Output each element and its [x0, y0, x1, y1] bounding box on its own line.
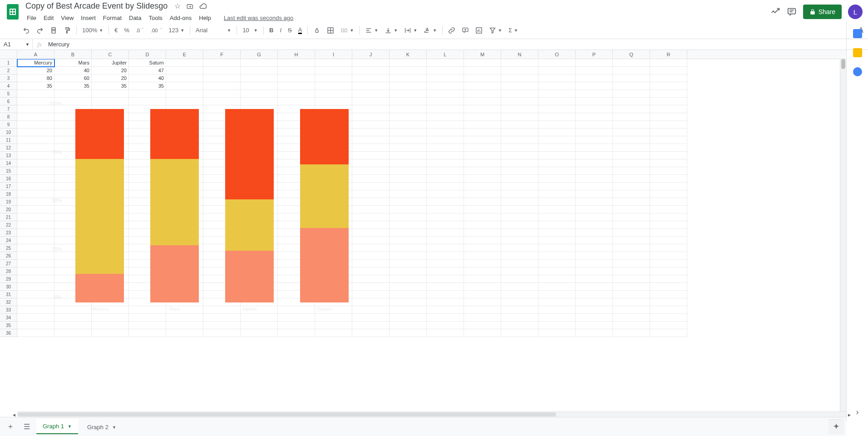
cell[interactable] [166, 121, 203, 129]
cell[interactable] [166, 175, 203, 183]
cell[interactable] [464, 329, 501, 337]
cell[interactable] [650, 59, 687, 67]
cell[interactable] [203, 113, 241, 121]
cell[interactable] [54, 152, 92, 159]
cell[interactable] [203, 206, 241, 213]
cell[interactable] [538, 121, 576, 129]
cell[interactable] [315, 291, 352, 298]
cell[interactable] [501, 190, 538, 198]
cell[interactable] [54, 198, 92, 206]
cell[interactable] [241, 144, 278, 152]
cell[interactable] [92, 252, 129, 260]
cell[interactable] [464, 221, 501, 229]
cell[interactable] [278, 98, 315, 105]
cell[interactable] [203, 260, 241, 268]
cell[interactable] [427, 252, 464, 260]
tasks-icon[interactable] [853, 67, 862, 76]
cell[interactable] [92, 136, 129, 144]
cell[interactable] [501, 221, 538, 229]
cell[interactable] [538, 314, 576, 322]
cell[interactable] [464, 90, 501, 98]
cell[interactable] [129, 298, 166, 306]
cell[interactable] [352, 298, 390, 306]
insert-chart-button[interactable] [473, 25, 485, 36]
cell[interactable] [538, 136, 576, 144]
cell[interactable] [427, 322, 464, 329]
functions-button[interactable]: Σ▼ [506, 25, 521, 35]
cell[interactable] [17, 275, 54, 283]
cell[interactable] [129, 90, 166, 98]
cell[interactable] [613, 329, 650, 337]
cell[interactable] [538, 98, 576, 105]
cell[interactable] [315, 283, 352, 291]
cell[interactable] [92, 206, 129, 213]
add-sheet-button[interactable]: ＋ [4, 420, 17, 434]
cell[interactable] [129, 121, 166, 129]
cell[interactable]: 20 [92, 74, 129, 82]
cell[interactable] [538, 306, 576, 314]
cell[interactable] [166, 152, 203, 159]
cell[interactable] [613, 221, 650, 229]
cell[interactable] [54, 213, 92, 221]
text-color-button[interactable]: A [296, 25, 305, 36]
cell[interactable] [427, 113, 464, 121]
cell[interactable] [17, 152, 54, 159]
column-header[interactable]: A [17, 50, 54, 59]
cell[interactable] [427, 260, 464, 268]
cell[interactable] [390, 198, 427, 206]
insert-link-button[interactable] [445, 25, 458, 36]
cell[interactable] [650, 221, 687, 229]
cell[interactable] [576, 237, 613, 244]
menu-view[interactable]: View [58, 13, 77, 23]
cell[interactable] [613, 113, 650, 121]
cell[interactable] [352, 144, 390, 152]
cell[interactable] [315, 268, 352, 275]
account-avatar[interactable]: L [848, 5, 863, 19]
cell[interactable] [352, 74, 390, 82]
cell[interactable] [241, 283, 278, 291]
cell[interactable]: 20 [92, 67, 129, 74]
cell[interactable] [315, 74, 352, 82]
bold-button[interactable]: B [266, 25, 276, 35]
cell[interactable] [613, 98, 650, 105]
cell[interactable] [501, 283, 538, 291]
cell[interactable] [203, 74, 241, 82]
cell[interactable] [650, 152, 687, 159]
cell[interactable] [278, 322, 315, 329]
cell[interactable] [576, 67, 613, 74]
cell[interactable] [129, 144, 166, 152]
cell[interactable] [427, 82, 464, 90]
cell[interactable] [92, 244, 129, 252]
cell[interactable] [241, 275, 278, 283]
italic-button[interactable]: I [277, 25, 284, 35]
cell[interactable] [129, 275, 166, 283]
cell[interactable] [613, 152, 650, 159]
cell[interactable] [538, 298, 576, 306]
cell[interactable] [464, 190, 501, 198]
cell[interactable]: Mars [54, 59, 92, 67]
row-header[interactable]: 22 [0, 221, 17, 229]
cell[interactable] [352, 291, 390, 298]
cell[interactable] [501, 152, 538, 159]
cell[interactable] [427, 306, 464, 314]
cell[interactable] [129, 260, 166, 268]
cell[interactable] [352, 244, 390, 252]
cell[interactable] [501, 322, 538, 329]
cell[interactable] [54, 105, 92, 113]
cell[interactable] [203, 67, 241, 74]
cell[interactable] [650, 121, 687, 129]
cell[interactable] [129, 159, 166, 167]
cell[interactable] [54, 206, 92, 213]
cell[interactable] [538, 283, 576, 291]
cell[interactable] [92, 198, 129, 206]
cell[interactable] [576, 98, 613, 105]
cell[interactable] [576, 90, 613, 98]
cell[interactable] [576, 260, 613, 268]
cell[interactable] [390, 190, 427, 198]
cell[interactable] [576, 152, 613, 159]
cell[interactable] [427, 74, 464, 82]
cell[interactable] [17, 322, 54, 329]
cell[interactable] [650, 314, 687, 322]
cell[interactable] [203, 237, 241, 244]
row-header[interactable]: 8 [0, 113, 17, 121]
